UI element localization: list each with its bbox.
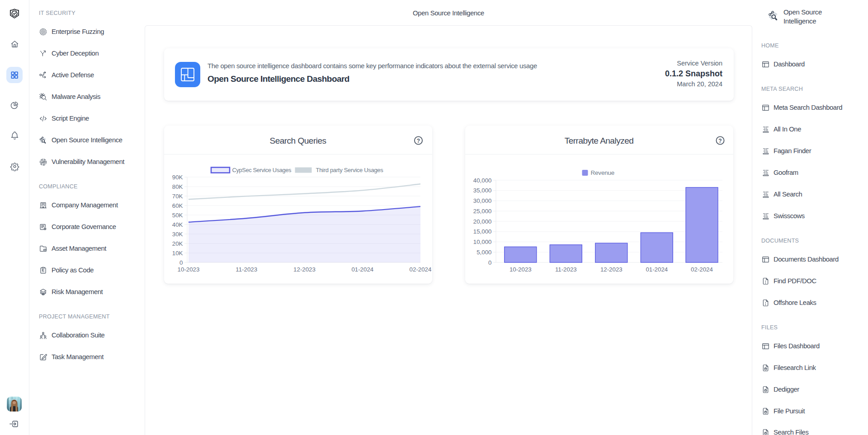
svg-text:02-2024: 02-2024: [691, 266, 713, 273]
svg-text:90K: 90K: [172, 174, 183, 181]
svg-text:25,000: 25,000: [473, 208, 492, 215]
svg-text:12-2023: 12-2023: [600, 266, 623, 273]
svg-text:Search Queries: Search Queries: [269, 136, 326, 145]
svg-text:0: 0: [179, 259, 183, 266]
svg-text:10K: 10K: [172, 250, 183, 257]
svg-text:30K: 30K: [172, 231, 183, 238]
svg-text:01-2024: 01-2024: [646, 266, 668, 273]
svg-text:11-2023: 11-2023: [555, 266, 577, 273]
svg-text:50K: 50K: [172, 212, 183, 219]
svg-text:11-2023: 11-2023: [236, 266, 257, 273]
svg-text:Revenue: Revenue: [591, 169, 615, 176]
svg-text:CypSec Service Usages: CypSec Service Usages: [232, 167, 292, 173]
svg-text:0: 0: [488, 259, 491, 266]
svg-text:60K: 60K: [172, 202, 183, 209]
svg-text:70K: 70K: [172, 193, 183, 200]
svg-text:10-2023: 10-2023: [178, 266, 200, 273]
svg-text:15,000: 15,000: [473, 228, 492, 235]
svg-text:20,000: 20,000: [473, 218, 492, 225]
svg-text:12-2023: 12-2023: [293, 266, 316, 273]
svg-text:5,000: 5,000: [476, 249, 491, 256]
svg-text:20K: 20K: [172, 240, 183, 247]
svg-text:Third party Service Usages: Third party Service Usages: [316, 167, 384, 173]
svg-text:35,000: 35,000: [473, 187, 492, 194]
svg-text:10,000: 10,000: [473, 239, 492, 245]
svg-text:40,000: 40,000: [473, 177, 492, 184]
svg-text:?: ?: [417, 138, 420, 144]
svg-text:01-2024: 01-2024: [351, 266, 373, 273]
svg-text:40K: 40K: [172, 221, 183, 228]
svg-text:Terrabyte Analyzed: Terrabyte Analyzed: [565, 136, 634, 145]
svg-text:80K: 80K: [172, 183, 183, 190]
svg-text:?: ?: [718, 138, 722, 144]
svg-text:02-2024: 02-2024: [410, 266, 432, 273]
svg-text:10-2023: 10-2023: [509, 266, 532, 273]
svg-text:30,000: 30,000: [473, 197, 492, 204]
